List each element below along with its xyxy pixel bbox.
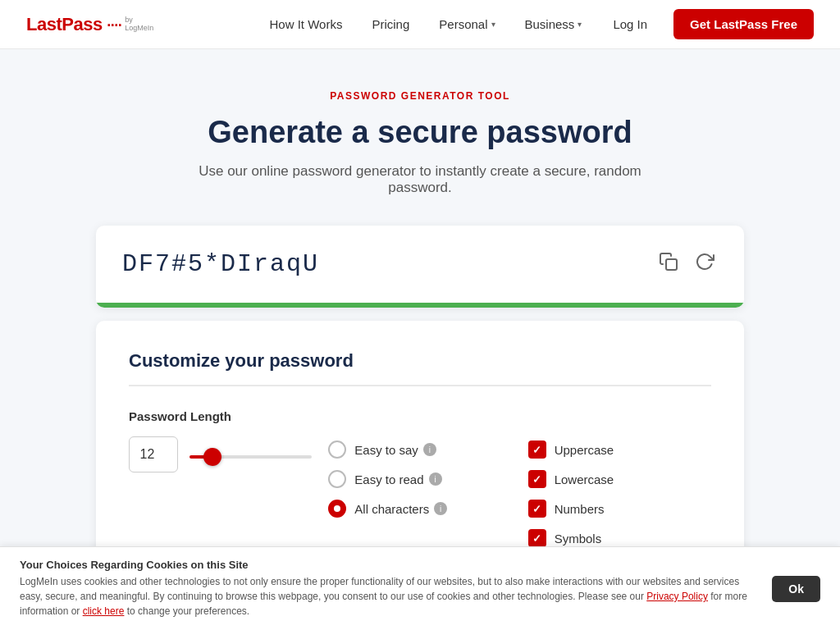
nav-personal[interactable]: Personal ▾ — [427, 11, 506, 38]
checkbox-lowercase[interactable]: Lowercase — [528, 470, 711, 488]
symbols-label: Symbols — [555, 532, 602, 546]
refresh-icon-button[interactable] — [692, 249, 718, 280]
strength-bar — [96, 303, 744, 308]
length-control — [129, 436, 312, 472]
customize-title: Customize your password — [129, 350, 711, 386]
logo[interactable]: LastPass ···· byLogMeIn — [26, 14, 153, 35]
cookie-title: Your Choices Regarding Cookies on this S… — [20, 559, 756, 571]
easy-to-say-label-row: Easy to say i — [354, 443, 436, 457]
radio-easy-to-say[interactable]: Easy to say i — [328, 441, 511, 459]
checkbox-numbers[interactable]: Numbers — [528, 500, 711, 518]
cookie-body-text: LogMeIn uses cookies and other technolog… — [20, 576, 739, 602]
nav-how-it-works[interactable]: How It Works — [258, 11, 354, 38]
cookie-body: LogMeIn uses cookies and other technolog… — [20, 574, 756, 619]
easy-to-read-label: Easy to read — [354, 472, 423, 486]
password-value: DF7#5*DIraqU — [122, 250, 319, 278]
page-subtitle: Use our online password generator to ins… — [166, 163, 674, 196]
lowercase-label: Lowercase — [555, 472, 614, 486]
navbar: LastPass ···· byLogMeIn How It Works Pri… — [0, 0, 840, 49]
personal-chevron-icon: ▾ — [491, 20, 495, 29]
nav-business[interactable]: Business ▾ — [514, 11, 594, 38]
easy-to-read-info-icon[interactable]: i — [429, 472, 442, 486]
length-label: Password Length — [129, 409, 312, 423]
checkbox-section: Uppercase Lowercase Numbers Symbols — [528, 409, 711, 547]
password-display-card: DF7#5*DIraqU — [96, 226, 744, 308]
easy-to-say-radio-circle — [328, 441, 346, 459]
symbols-checkbox — [528, 529, 546, 547]
nav-login[interactable]: Log In — [600, 11, 660, 38]
password-actions — [655, 249, 718, 280]
customize-grid: Password Length Easy to say i — [129, 409, 711, 547]
easy-to-say-label: Easy to say — [354, 443, 418, 457]
numbers-label: Numbers — [555, 502, 605, 516]
length-section: Password Length — [129, 409, 312, 472]
char-type-section: Easy to say i Easy to read i All charact… — [328, 409, 511, 518]
all-characters-radio-circle — [328, 500, 346, 518]
cookie-text-block: Your Choices Regarding Cookies on this S… — [20, 559, 756, 619]
cookie-ok-button[interactable]: Ok — [772, 576, 820, 602]
click-here-link[interactable]: click here — [83, 605, 125, 617]
password-display-area: DF7#5*DIraqU — [96, 226, 744, 303]
copy-icon-button[interactable] — [655, 249, 682, 280]
radio-easy-to-read[interactable]: Easy to read i — [328, 470, 511, 488]
length-input[interactable] — [129, 436, 178, 472]
uppercase-label: Uppercase — [555, 443, 614, 457]
easy-to-read-radio-circle — [328, 470, 346, 488]
checkbox-symbols[interactable]: Symbols — [528, 529, 711, 547]
logo-text: LastPass ···· — [26, 14, 121, 35]
privacy-policy-link[interactable]: Privacy Policy — [646, 591, 708, 602]
easy-to-read-label-row: Easy to read i — [354, 472, 441, 486]
main-content: PASSWORD GENERATOR TOOL Generate a secur… — [0, 49, 840, 630]
slider-container — [189, 447, 312, 462]
section-label: PASSWORD GENERATOR TOOL — [330, 90, 510, 102]
nav-cta-button[interactable]: Get LastPass Free — [673, 9, 814, 39]
all-characters-label-row: All characters i — [354, 502, 447, 516]
length-slider[interactable] — [189, 455, 312, 459]
cookie-banner: Your Choices Regarding Cookies on this S… — [0, 546, 840, 630]
nav-pricing[interactable]: Pricing — [360, 11, 421, 38]
radio-all-characters[interactable]: All characters i — [328, 500, 511, 518]
easy-to-say-info-icon[interactable]: i — [423, 443, 436, 456]
cookie-body3: to change your preferences. — [124, 605, 249, 617]
numbers-checkbox — [528, 500, 546, 518]
svg-rect-0 — [666, 259, 677, 270]
logo-by: byLogMeIn — [125, 16, 153, 33]
page-title: Generate a secure password — [208, 115, 632, 150]
business-chevron-icon: ▾ — [578, 20, 582, 29]
checkbox-uppercase[interactable]: Uppercase — [528, 441, 711, 459]
nav-links: How It Works Pricing Personal ▾ Business… — [258, 9, 814, 39]
all-characters-info-icon[interactable]: i — [434, 502, 447, 515]
uppercase-checkbox — [528, 441, 546, 459]
lowercase-checkbox — [528, 470, 546, 488]
all-characters-label: All characters — [354, 502, 429, 516]
